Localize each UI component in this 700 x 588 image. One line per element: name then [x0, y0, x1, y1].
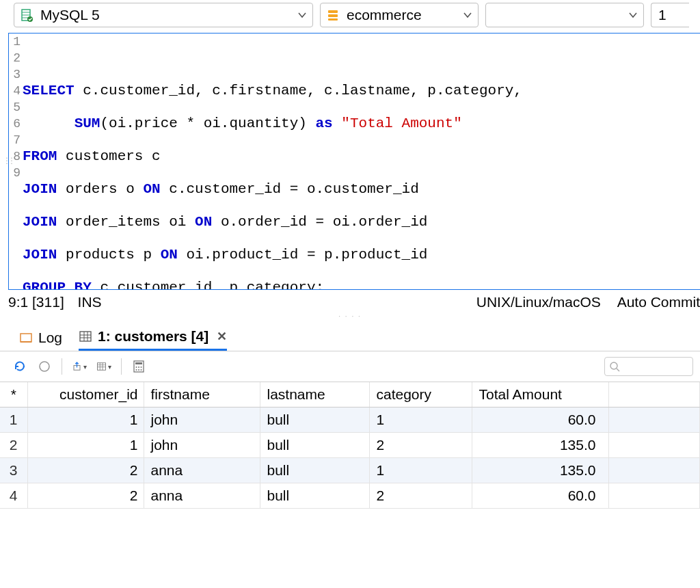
insert-mode: INS — [78, 294, 102, 310]
calculator-icon[interactable] — [131, 359, 146, 374]
limit-box[interactable]: 1 — [651, 3, 689, 27]
tab-result-1[interactable]: 1: customers [4] ✕ — [79, 327, 227, 351]
chevron-down-icon — [463, 10, 472, 20]
svg-rect-5 — [328, 10, 338, 13]
tab-result-label: 1: customers [4] — [98, 328, 208, 345]
chevron-down-icon: ▾ — [108, 363, 111, 371]
code-area[interactable]: SELECT c.customer_id, c.firstname, c.las… — [23, 34, 700, 289]
svg-point-28 — [138, 369, 139, 371]
chevron-down-icon — [297, 10, 307, 20]
search-icon — [609, 361, 620, 372]
results-table[interactable]: * customer_id firstname lastname categor… — [0, 382, 700, 509]
tab-log-label: Log — [38, 330, 62, 346]
close-icon[interactable]: ✕ — [217, 329, 227, 344]
col-category[interactable]: category — [369, 382, 472, 407]
grid-search-input[interactable] — [604, 357, 693, 376]
grid-icon — [79, 330, 92, 343]
editor-status-bar: 9:1 [311] INS UNIX/Linux/macOS Auto Comm… — [0, 290, 700, 315]
extra-select[interactable] — [485, 3, 644, 27]
table-row[interactable]: 4 2 anna bull 2 60.0 — [0, 483, 700, 509]
commit-mode: Auto Commit — [617, 294, 700, 310]
table-row[interactable]: 3 2 anna bull 1 135.0 — [0, 458, 700, 483]
separator — [62, 358, 62, 375]
svg-rect-8 — [21, 334, 31, 342]
schema-icon — [326, 8, 340, 22]
result-tabs: Log 1: customers [4] ✕ — [0, 321, 700, 351]
col-total-amount[interactable]: Total Amount — [472, 382, 608, 407]
table-row[interactable]: 2 1 john bull 2 135.0 — [0, 433, 700, 458]
export-icon[interactable]: ▾ — [72, 359, 87, 374]
connection-toolbar: MySQL 5 ecommerce 1 — [0, 0, 700, 31]
tab-log[interactable]: Log — [19, 327, 62, 351]
col-lastname[interactable]: lastname — [260, 382, 369, 407]
sql-editor[interactable]: ······ 1 2 3 4 5 6 7 8 9 SELECT c.custom… — [8, 33, 700, 290]
svg-rect-17 — [98, 363, 106, 371]
database-icon — [20, 8, 33, 22]
view-mode-icon[interactable]: ▾ — [96, 359, 111, 374]
table-row[interactable]: 1 1 john bull 1 60.0 — [0, 407, 700, 433]
svg-point-29 — [141, 369, 142, 371]
svg-point-27 — [136, 369, 137, 371]
svg-rect-6 — [328, 14, 338, 17]
chevron-down-icon — [628, 10, 638, 20]
db-engine-select[interactable]: MySQL 5 — [14, 3, 313, 27]
grid-toolbar: ▾ ▾ — [0, 351, 700, 382]
vertical-drag-handle[interactable]: ······ — [5, 157, 14, 165]
svg-point-4 — [27, 16, 33, 22]
schema-label: ecommerce — [347, 7, 422, 23]
svg-rect-23 — [135, 362, 142, 364]
row-marker-header: * — [0, 382, 27, 407]
svg-rect-7 — [328, 18, 338, 21]
horizontal-drag-handle[interactable]: · · · · — [0, 315, 700, 321]
cursor-position: 9:1 [311] — [8, 294, 64, 310]
col-firstname[interactable]: firstname — [144, 382, 260, 407]
svg-point-26 — [141, 366, 142, 368]
svg-point-30 — [610, 362, 617, 369]
chevron-down-icon: ▾ — [83, 363, 87, 371]
record-icon[interactable] — [37, 359, 52, 374]
svg-point-25 — [138, 366, 139, 368]
db-engine-label: MySQL 5 — [40, 7, 100, 23]
schema-select[interactable]: ecommerce — [320, 3, 479, 27]
svg-line-31 — [617, 369, 619, 371]
log-icon — [19, 331, 33, 345]
svg-rect-10 — [80, 332, 91, 341]
refresh-icon[interactable] — [12, 359, 27, 374]
line-ending: UNIX/Linux/macOS — [476, 294, 601, 310]
svg-point-24 — [136, 366, 137, 368]
svg-point-15 — [40, 362, 49, 371]
limit-value: 1 — [658, 7, 667, 23]
table-header-row: * customer_id firstname lastname categor… — [0, 382, 700, 407]
separator — [121, 358, 122, 375]
col-customer-id[interactable]: customer_id — [27, 382, 144, 407]
